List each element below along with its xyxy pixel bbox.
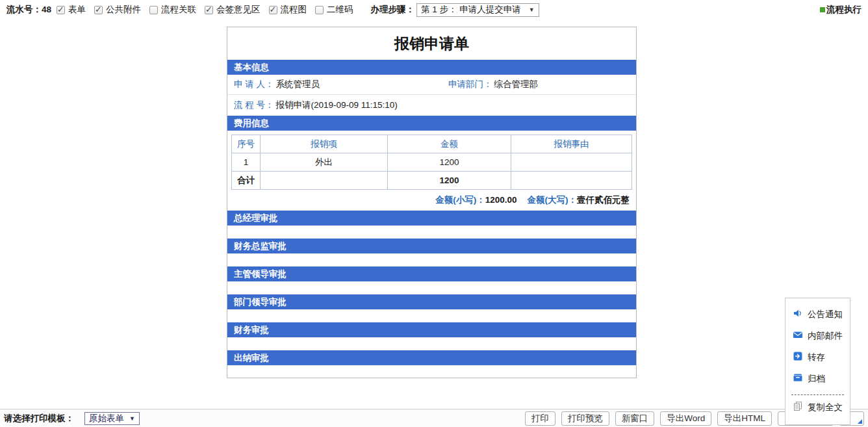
green-square-icon: [820, 7, 825, 12]
checkbox-label: 会签意见区: [216, 4, 261, 16]
amount-lower-label: 金额(小写)：: [435, 195, 485, 205]
checkbox-qrcode[interactable]: 二维码: [315, 4, 353, 16]
flow-execute-label: 流程执行: [826, 4, 862, 16]
approval-blank-area: [227, 253, 636, 266]
export-word-button[interactable]: 导出Word: [660, 411, 711, 426]
applicant-value: 系统管理员: [276, 79, 320, 89]
flow-execute-link[interactable]: 流程执行: [820, 4, 862, 16]
mail-icon: [793, 330, 803, 342]
menu-item-label: 公告通知: [808, 309, 843, 320]
approval-blank-area: [227, 226, 636, 239]
menu-item-label: 转存: [808, 352, 825, 363]
transfer-arrow-icon: [793, 351, 803, 363]
print-button[interactable]: 打印: [525, 411, 555, 426]
flow-number-label: 流 程 号：: [234, 100, 274, 110]
checkbox-icon[interactable]: [94, 6, 103, 14]
amount-summary: 金额(小写)：1200.00金额(大写)：壹仟贰佰元整: [227, 190, 636, 211]
checkbox-label: 流程图: [281, 4, 307, 16]
checkbox-icon[interactable]: [205, 6, 213, 14]
total-row: 合计 1200: [232, 172, 632, 190]
cost-table: 序号 报销项 金额 报销事由 1 外出 1200 合计 1200: [231, 135, 632, 190]
section-gm-approval: 总经理审批: [227, 211, 636, 226]
section-cfo-approval: 财务总监审批: [227, 239, 636, 253]
checkbox-public-attachment[interactable]: 公共附件: [94, 4, 141, 16]
print-preview-button[interactable]: 打印预览: [561, 411, 609, 426]
department-label: 申请部门：: [448, 79, 492, 89]
cell-amount: 1200: [388, 153, 511, 172]
checkbox-label: 流程关联: [161, 4, 196, 16]
applicant-row: 申 请 人：系统管理员 申请部门：综合管理部: [227, 75, 636, 95]
section-cost-info: 费用信息: [227, 116, 636, 131]
form-title: 报销申请单: [227, 27, 636, 60]
checkbox-label: 公共附件: [106, 4, 141, 16]
section-finance-approval: 财务审批: [227, 322, 636, 337]
department-value: 综合管理部: [494, 79, 539, 89]
col-header-index: 序号: [232, 135, 261, 153]
total-reason-cell: [511, 172, 632, 190]
menu-item-copy-fulltext[interactable]: 复制全文: [785, 396, 850, 418]
applicant-label: 申 请 人：: [234, 79, 274, 89]
approval-blank-area: [227, 309, 636, 322]
menu-item-label: 复制全文: [808, 402, 843, 413]
menu-item-label: 归档: [808, 373, 825, 385]
checkbox-label: 二维码: [327, 4, 353, 16]
total-label: 合计: [232, 172, 261, 190]
checkbox-flowchart[interactable]: 流程图: [269, 4, 307, 16]
menu-item-transfer[interactable]: 转存: [785, 346, 850, 368]
total-item-cell: [261, 172, 388, 190]
serial-number: 流水号：48: [6, 4, 51, 16]
print-template-label: 请选择打印模板：: [4, 413, 74, 424]
checkbox-label: 表单: [68, 4, 86, 16]
checkbox-flow-relation[interactable]: 流程关联: [149, 4, 196, 16]
cell-reason: [511, 153, 632, 172]
speaker-icon: [793, 308, 803, 320]
menu-item-announcement[interactable]: 公告通知: [785, 304, 850, 325]
new-window-button[interactable]: 新窗口: [615, 411, 655, 426]
amount-upper-label: 金额(大写)：: [528, 195, 578, 205]
reimbursement-form: 报销申请单 基本信息 申 请 人：系统管理员 申请部门：综合管理部 流 程 号：…: [227, 27, 637, 378]
cell-item: 外出: [261, 153, 388, 172]
step-select-value: 第 1 步： 申请人提交申请: [421, 4, 521, 16]
approval-blank-area: [227, 365, 636, 378]
amount-upper-value: 壹仟贰佰元整: [577, 195, 630, 205]
menu-divider: [791, 395, 844, 395]
bottom-toolbar: 请选择打印模板： 原始表单 ▼ 打印 打印预览 新窗口 导出Word 导出HTM…: [0, 409, 868, 427]
archive-icon: [793, 372, 803, 385]
copy-icon: [793, 401, 803, 413]
checkbox-icon[interactable]: [269, 6, 277, 14]
checkbox-countersign-area[interactable]: 会签意见区: [205, 4, 261, 16]
checkbox-icon[interactable]: [315, 6, 324, 14]
print-template-select[interactable]: 原始表单 ▼: [84, 412, 140, 425]
approval-blank-area: [227, 281, 636, 294]
top-toolbar: 流水号：48 表单 公共附件 流程关联 会签意见区 流程图 二维码 办理步骤： …: [0, 0, 868, 19]
print-template-value: 原始表单: [89, 413, 124, 424]
checkbox-icon[interactable]: [57, 6, 65, 14]
section-cashier-approval: 出纳审批: [227, 350, 636, 365]
checkbox-icon[interactable]: [149, 6, 158, 14]
menu-item-internal-mail[interactable]: 内部邮件: [785, 325, 850, 346]
step-select[interactable]: 第 1 步： 申请人提交申请 ▼: [416, 3, 539, 17]
menu-item-archive[interactable]: 归档: [785, 368, 850, 389]
checkbox-form[interactable]: 表单: [57, 4, 86, 16]
cell-index: 1: [232, 153, 261, 172]
step-label: 办理步骤：: [371, 4, 415, 16]
export-html-button[interactable]: 导出HTML: [717, 411, 772, 426]
approval-blank-area: [227, 337, 636, 350]
col-header-item: 报销项: [261, 135, 388, 153]
total-amount: 1200: [388, 172, 511, 190]
chevron-down-icon: ▼: [129, 415, 135, 422]
flow-number-row: 流 程 号：报销申请(2019-09-09 11:15:10): [227, 95, 636, 116]
section-basic-info: 基本信息: [227, 60, 636, 75]
cost-table-header-row: 序号 报销项 金额 报销事由: [232, 135, 632, 153]
table-row: 1 外出 1200: [232, 153, 632, 172]
section-supervisor-approval: 主管领导审批: [227, 266, 636, 281]
flow-number-value: 报销申请(2019-09-09 11:15:10): [276, 100, 398, 110]
chevron-down-icon: ▼: [529, 6, 535, 13]
menu-item-label: 内部邮件: [808, 330, 843, 342]
section-dept-leader-approval: 部门领导审批: [227, 294, 636, 309]
col-header-amount: 金额: [388, 135, 511, 153]
col-header-reason: 报销事由: [511, 135, 632, 153]
amount-lower-value: 1200.00: [485, 195, 517, 205]
action-popup-menu: 公告通知 内部邮件 转存 归档 复制全文: [785, 298, 850, 425]
